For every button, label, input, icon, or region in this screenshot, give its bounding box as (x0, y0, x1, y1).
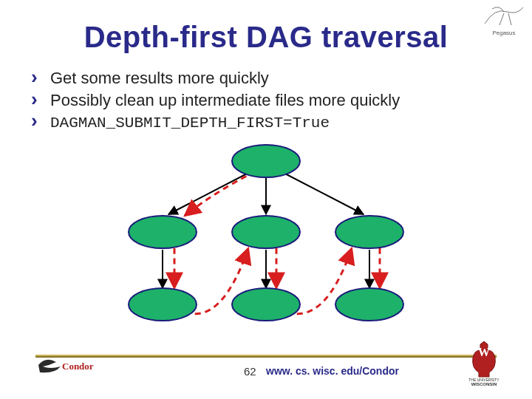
node-b1 (129, 216, 197, 248)
bullet-3-code: DAGMAN_SUBMIT_DEPTH_FIRST=True (50, 115, 330, 132)
pegasus-label: Pegasus (482, 30, 526, 36)
bullet-1: Get some results more quickly (31, 67, 532, 89)
edge-a-b3 (281, 171, 364, 214)
node-b3 (335, 216, 403, 248)
footer-url: www. cs. wisc. edu/Condor (266, 365, 399, 377)
condor-label: Condor (62, 361, 94, 372)
slide-title: Depth-first DAG traversal (0, 21, 532, 54)
dag-diagram (111, 140, 421, 340)
bullet-list: Get some results more quickly Possibly c… (31, 67, 532, 134)
bullet-2: Possibly clean up intermediate files mor… (31, 89, 532, 112)
bullet-3: DAGMAN_SUBMIT_DEPTH_FIRST=True (31, 111, 532, 134)
node-b2 (232, 216, 300, 248)
node-c2 (232, 288, 300, 321)
svg-text:W: W (478, 346, 490, 358)
node-c1 (129, 288, 197, 321)
pegasus-logo: Pegasus (482, 3, 526, 34)
slide-number: 62 (244, 365, 256, 378)
wisconsin-logo: W THE UNIVERSITY WISCONSIN (458, 340, 510, 386)
node-c3 (335, 288, 403, 321)
dfs-a-b1 (185, 171, 256, 216)
svg-text:WISCONSIN: WISCONSIN (471, 382, 497, 386)
edge-a-b1 (168, 171, 251, 214)
node-a (232, 145, 300, 177)
condor-logo: Condor (35, 352, 102, 380)
footer: Condor 62 www. cs. wisc. edu/Condor W TH… (0, 340, 532, 392)
footer-divider (35, 355, 497, 358)
